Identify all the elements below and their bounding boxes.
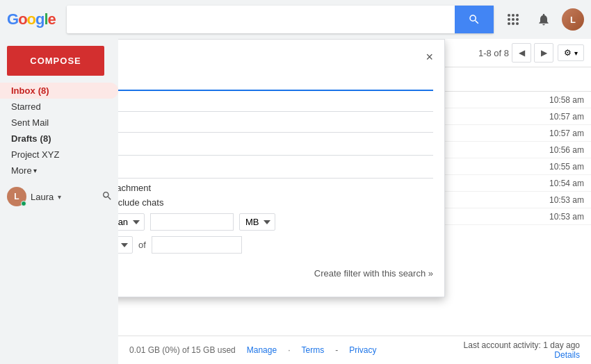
- notifications-button[interactable]: [531, 7, 556, 32]
- date-value-input[interactable]: [152, 236, 242, 254]
- pagination: 1-8 of 8 ◀ ▶: [478, 43, 553, 63]
- to-row: To: [118, 95, 433, 112]
- compose-button[interactable]: COMPOSE: [7, 46, 104, 76]
- email-time: 10:57 am: [549, 129, 584, 138]
- topbar: Google L: [0, 0, 591, 39]
- size-unit-select[interactable]: MB KB GB: [239, 213, 275, 231]
- email-time: 10:53 am: [549, 212, 584, 222]
- starred-label: Starred: [11, 101, 41, 112]
- pagination-text: 1-8 of 8: [478, 48, 509, 58]
- project-label: Project XYZ: [11, 149, 59, 160]
- sidebar-item-project[interactable]: Project XYZ: [0, 147, 118, 163]
- next-page-button[interactable]: ▶: [534, 43, 553, 63]
- user-avatar-small: L: [7, 187, 26, 206]
- dont-include-chats-label: Don't include chats: [118, 197, 163, 208]
- privacy-link[interactable]: Privacy: [349, 345, 376, 355]
- email-time: 10:55 am: [549, 162, 584, 172]
- details-link[interactable]: Details: [554, 350, 580, 360]
- storage-text: 0.01 GB (0%) of 15 GB used: [129, 345, 236, 355]
- email-time: 10:57 am: [549, 112, 584, 122]
- settings-chevron-icon: ▾: [574, 49, 578, 57]
- dont-include-chats-row: Don't include chats: [118, 197, 433, 208]
- main-layout: COMPOSE Inbox (8) Starred Sent Mail Draf…: [0, 39, 591, 364]
- footer-activity: Last account activity: 1 day ago Details: [464, 340, 580, 360]
- user-section: L Laura ▾: [0, 181, 118, 212]
- apps-icon: [508, 14, 519, 25]
- user-dropdown-icon[interactable]: ▾: [58, 193, 61, 201]
- top-icons: L: [501, 7, 584, 32]
- sidebar-item-inbox[interactable]: Inbox (8): [0, 83, 118, 99]
- from-input[interactable]: [118, 74, 433, 91]
- previous-page-button[interactable]: ◀: [512, 43, 531, 63]
- sidebar-search-icon[interactable]: [102, 190, 113, 204]
- to-input[interactable]: [118, 95, 433, 112]
- email-time: 10:58 am: [549, 95, 584, 105]
- activity-text: Last account activity: 1 day ago: [464, 340, 580, 350]
- logo-g2: g: [35, 10, 44, 28]
- settings-icon: ⚙: [564, 48, 572, 58]
- logo-o1: o: [18, 10, 26, 28]
- email-time: 10:56 am: [549, 145, 584, 155]
- subject-row: Subject: [118, 116, 433, 133]
- logo-g: G: [7, 10, 18, 28]
- doesnt-have-input[interactable]: [118, 162, 433, 179]
- more-chevron-icon: ▾: [33, 167, 37, 174]
- terms-link[interactable]: Terms: [301, 345, 324, 355]
- has-words-row: Has the words: [118, 137, 433, 158]
- sidebar-item-sent[interactable]: Sent Mail: [0, 115, 118, 131]
- subject-input[interactable]: [118, 116, 433, 133]
- inbox-count: (8): [38, 85, 49, 96]
- logo-o2: o: [27, 10, 35, 28]
- search-input[interactable]: [67, 8, 455, 31]
- settings-button[interactable]: ⚙ ▾: [558, 44, 584, 61]
- sidebar-item-more[interactable]: More ▾: [0, 163, 118, 179]
- footer: 0.01 GB (0%) of 15 GB used Manage · Term…: [118, 336, 591, 364]
- size-value-input[interactable]: [150, 213, 234, 231]
- more-label: More: [11, 165, 32, 176]
- has-attachment-row: Has attachment: [118, 183, 433, 193]
- user-name-label: Laura: [31, 192, 54, 202]
- doesnt-have-row: Doesn't have: [118, 162, 433, 179]
- footer-dash: -: [335, 345, 338, 355]
- size-row: Size greater than less than MB KB GB: [118, 213, 433, 231]
- sidebar-item-drafts[interactable]: Drafts (8): [0, 131, 118, 147]
- search-button[interactable]: [455, 6, 494, 33]
- search-panel-close-button[interactable]: ×: [426, 51, 433, 63]
- footer-spacer: ·: [288, 345, 290, 355]
- drafts-label: Drafts: [11, 133, 38, 144]
- apps-button[interactable]: [501, 7, 526, 32]
- manage-link[interactable]: Manage: [247, 345, 277, 355]
- sidebar-item-starred[interactable]: Starred: [0, 99, 118, 115]
- online-status-dot: [21, 201, 26, 206]
- search-panel-header: Search All Mail Inbox Sent Mail Drafts S…: [118, 48, 433, 65]
- date-row: Date within 1 day 3 days 1 week 2 weeks …: [118, 236, 433, 254]
- drafts-count: (8): [40, 133, 51, 144]
- sidebar: COMPOSE Inbox (8) Starred Sent Mail Draf…: [0, 39, 118, 364]
- inbox-label: Inbox: [11, 85, 35, 96]
- has-attachment-label: Has attachment: [118, 183, 151, 193]
- email-time: 10:54 am: [549, 179, 584, 188]
- size-comparison-select[interactable]: greater than less than: [118, 213, 145, 231]
- user-avatar-button[interactable]: L: [562, 8, 584, 31]
- date-of-label: of: [138, 240, 146, 250]
- sent-label: Sent Mail: [11, 117, 49, 128]
- google-logo: Google: [7, 10, 56, 28]
- has-words-input[interactable]: [118, 139, 433, 156]
- from-row: From: [118, 74, 433, 91]
- search-panel: Search All Mail Inbox Sent Mail Drafts S…: [118, 39, 445, 297]
- search-actions: Create filter with this search »: [118, 260, 433, 286]
- content-area: 1-8 of 8 ◀ ▶ ⚙ ▾ 💬 Forums + W/E 10/7 - I…: [118, 39, 591, 364]
- date-within-select[interactable]: 1 day 3 days 1 week 2 weeks 1 month 2 mo…: [118, 236, 133, 254]
- logo-e: e: [48, 10, 56, 28]
- search-bar: [67, 6, 494, 33]
- create-filter-link[interactable]: Create filter with this search »: [314, 268, 433, 279]
- email-time: 10:53 am: [549, 195, 584, 205]
